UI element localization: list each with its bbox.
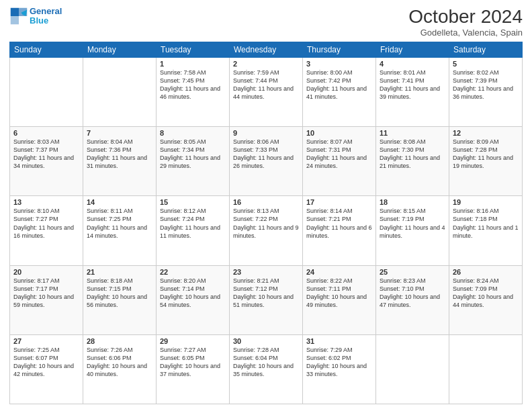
day-info: Sunrise: 7:26 AM Sunset: 6:06 PM Dayligh… bbox=[87, 346, 152, 379]
calendar-day-cell: 25Sunrise: 8:23 AM Sunset: 7:10 PM Dayli… bbox=[376, 265, 449, 334]
calendar-day-cell: 10Sunrise: 8:07 AM Sunset: 7:31 PM Dayli… bbox=[303, 127, 376, 196]
day-info: Sunrise: 8:02 AM Sunset: 7:39 PM Dayligh… bbox=[453, 68, 519, 101]
day-number: 23 bbox=[233, 268, 299, 276]
day-info: Sunrise: 7:28 AM Sunset: 6:04 PM Dayligh… bbox=[233, 346, 299, 379]
calendar-week-row: 20Sunrise: 8:17 AM Sunset: 7:17 PM Dayli… bbox=[10, 265, 523, 334]
day-number: 22 bbox=[160, 268, 226, 276]
calendar-day-header: Monday bbox=[83, 42, 157, 57]
day-info: Sunrise: 8:00 AM Sunset: 7:42 PM Dayligh… bbox=[306, 68, 372, 101]
day-info: Sunrise: 8:15 AM Sunset: 7:19 PM Dayligh… bbox=[380, 207, 445, 240]
calendar-table: SundayMondayTuesdayWednesdayThursdayFrid… bbox=[9, 42, 523, 404]
day-info: Sunrise: 8:22 AM Sunset: 7:11 PM Dayligh… bbox=[306, 277, 372, 310]
calendar-day-header: Friday bbox=[376, 42, 449, 57]
day-number: 12 bbox=[453, 129, 519, 137]
page: General Blue October 2024 Godelleta, Val… bbox=[0, 0, 532, 411]
header: General Blue October 2024 Godelleta, Val… bbox=[9, 7, 523, 38]
calendar-day-cell: 21Sunrise: 8:18 AM Sunset: 7:15 PM Dayli… bbox=[83, 265, 157, 334]
day-info: Sunrise: 7:29 AM Sunset: 6:02 PM Dayligh… bbox=[306, 346, 372, 379]
logo-line2: Blue bbox=[30, 15, 48, 26]
day-info: Sunrise: 8:08 AM Sunset: 7:30 PM Dayligh… bbox=[380, 138, 445, 171]
day-number: 11 bbox=[380, 129, 445, 137]
day-number: 28 bbox=[87, 337, 152, 345]
day-number: 4 bbox=[380, 60, 445, 68]
day-info: Sunrise: 7:58 AM Sunset: 7:45 PM Dayligh… bbox=[160, 68, 226, 101]
day-info: Sunrise: 8:18 AM Sunset: 7:15 PM Dayligh… bbox=[87, 277, 152, 310]
calendar-day-cell: 2Sunrise: 7:59 AM Sunset: 7:44 PM Daylig… bbox=[230, 57, 303, 126]
calendar-day-cell: 12Sunrise: 8:09 AM Sunset: 7:28 PM Dayli… bbox=[449, 127, 523, 196]
day-info: Sunrise: 8:17 AM Sunset: 7:17 PM Dayligh… bbox=[13, 277, 79, 310]
day-info: Sunrise: 8:20 AM Sunset: 7:14 PM Dayligh… bbox=[160, 277, 226, 310]
day-info: Sunrise: 8:21 AM Sunset: 7:12 PM Dayligh… bbox=[233, 277, 299, 310]
calendar-day-cell: 14Sunrise: 8:11 AM Sunset: 7:25 PM Dayli… bbox=[83, 196, 157, 265]
calendar-day-cell: 7Sunrise: 8:04 AM Sunset: 7:36 PM Daylig… bbox=[83, 127, 157, 196]
calendar-day-header: Wednesday bbox=[230, 42, 303, 57]
calendar-day-cell: 28Sunrise: 7:26 AM Sunset: 6:06 PM Dayli… bbox=[83, 334, 157, 404]
day-number: 27 bbox=[13, 337, 79, 345]
calendar-day-cell: 30Sunrise: 7:28 AM Sunset: 6:04 PM Dayli… bbox=[230, 334, 303, 404]
calendar-day-cell: 20Sunrise: 8:17 AM Sunset: 7:17 PM Dayli… bbox=[10, 265, 83, 334]
day-info: Sunrise: 8:05 AM Sunset: 7:34 PM Dayligh… bbox=[160, 138, 226, 171]
day-number: 20 bbox=[13, 268, 79, 276]
calendar-day-cell bbox=[376, 334, 449, 404]
day-info: Sunrise: 8:06 AM Sunset: 7:33 PM Dayligh… bbox=[233, 138, 299, 171]
location: Godelleta, Valencia, Spain bbox=[408, 28, 523, 38]
day-info: Sunrise: 8:07 AM Sunset: 7:31 PM Dayligh… bbox=[306, 138, 372, 171]
day-number: 7 bbox=[87, 129, 152, 137]
day-number: 10 bbox=[306, 129, 372, 137]
calendar-day-cell: 8Sunrise: 8:05 AM Sunset: 7:34 PM Daylig… bbox=[157, 127, 230, 196]
day-number: 18 bbox=[380, 198, 445, 206]
day-info: Sunrise: 8:01 AM Sunset: 7:41 PM Dayligh… bbox=[380, 68, 445, 101]
day-info: Sunrise: 8:11 AM Sunset: 7:25 PM Dayligh… bbox=[87, 207, 152, 240]
calendar-day-cell: 31Sunrise: 7:29 AM Sunset: 6:02 PM Dayli… bbox=[303, 334, 376, 404]
day-info: Sunrise: 7:27 AM Sunset: 6:05 PM Dayligh… bbox=[160, 346, 226, 379]
calendar-day-cell: 13Sunrise: 8:10 AM Sunset: 7:27 PM Dayli… bbox=[10, 196, 83, 265]
calendar-day-cell: 18Sunrise: 8:15 AM Sunset: 7:19 PM Dayli… bbox=[376, 196, 449, 265]
calendar-day-cell: 17Sunrise: 8:14 AM Sunset: 7:21 PM Dayli… bbox=[303, 196, 376, 265]
calendar-day-cell: 23Sunrise: 8:21 AM Sunset: 7:12 PM Dayli… bbox=[230, 265, 303, 334]
calendar-day-cell bbox=[449, 334, 523, 404]
day-number: 13 bbox=[13, 198, 79, 206]
calendar-day-header: Sunday bbox=[10, 42, 83, 57]
day-info: Sunrise: 8:12 AM Sunset: 7:24 PM Dayligh… bbox=[160, 207, 226, 240]
calendar-day-header: Tuesday bbox=[157, 42, 230, 57]
calendar-day-cell: 9Sunrise: 8:06 AM Sunset: 7:33 PM Daylig… bbox=[230, 127, 303, 196]
logo-text: General Blue bbox=[30, 7, 62, 26]
calendar-day-cell: 15Sunrise: 8:12 AM Sunset: 7:24 PM Dayli… bbox=[157, 196, 230, 265]
calendar-day-cell: 19Sunrise: 8:16 AM Sunset: 7:18 PM Dayli… bbox=[449, 196, 523, 265]
day-info: Sunrise: 7:25 AM Sunset: 6:07 PM Dayligh… bbox=[13, 346, 79, 379]
day-number: 1 bbox=[160, 60, 226, 68]
day-info: Sunrise: 8:09 AM Sunset: 7:28 PM Dayligh… bbox=[453, 138, 519, 171]
logo-icon bbox=[9, 7, 28, 26]
day-number: 17 bbox=[306, 198, 372, 206]
day-number: 9 bbox=[233, 129, 299, 137]
day-info: Sunrise: 8:04 AM Sunset: 7:36 PM Dayligh… bbox=[87, 138, 152, 171]
day-info: Sunrise: 8:13 AM Sunset: 7:22 PM Dayligh… bbox=[233, 207, 299, 240]
calendar-day-cell: 5Sunrise: 8:02 AM Sunset: 7:39 PM Daylig… bbox=[449, 57, 523, 126]
day-number: 6 bbox=[13, 129, 79, 137]
day-info: Sunrise: 8:16 AM Sunset: 7:18 PM Dayligh… bbox=[453, 207, 519, 240]
logo-line1: General bbox=[30, 6, 62, 16]
calendar-week-row: 13Sunrise: 8:10 AM Sunset: 7:27 PM Dayli… bbox=[10, 196, 523, 265]
day-number: 8 bbox=[160, 129, 226, 137]
day-number: 5 bbox=[453, 60, 519, 68]
day-number: 2 bbox=[233, 60, 299, 68]
calendar-day-cell: 4Sunrise: 8:01 AM Sunset: 7:41 PM Daylig… bbox=[376, 57, 449, 126]
month-year: October 2024 bbox=[408, 7, 523, 28]
day-info: Sunrise: 8:24 AM Sunset: 7:09 PM Dayligh… bbox=[453, 277, 519, 310]
calendar-day-cell: 6Sunrise: 8:03 AM Sunset: 7:37 PM Daylig… bbox=[10, 127, 83, 196]
calendar-day-cell: 24Sunrise: 8:22 AM Sunset: 7:11 PM Dayli… bbox=[303, 265, 376, 334]
day-number: 16 bbox=[233, 198, 299, 206]
day-info: Sunrise: 8:14 AM Sunset: 7:21 PM Dayligh… bbox=[306, 207, 372, 240]
day-number: 15 bbox=[160, 198, 226, 206]
day-info: Sunrise: 8:23 AM Sunset: 7:10 PM Dayligh… bbox=[380, 277, 445, 310]
calendar-day-cell: 29Sunrise: 7:27 AM Sunset: 6:05 PM Dayli… bbox=[157, 334, 230, 404]
day-info: Sunrise: 8:03 AM Sunset: 7:37 PM Dayligh… bbox=[13, 138, 79, 171]
calendar-day-cell bbox=[10, 57, 83, 126]
calendar-week-row: 1Sunrise: 7:58 AM Sunset: 7:45 PM Daylig… bbox=[10, 57, 523, 126]
day-number: 19 bbox=[453, 198, 519, 206]
calendar-week-row: 6Sunrise: 8:03 AM Sunset: 7:37 PM Daylig… bbox=[10, 127, 523, 196]
day-info: Sunrise: 8:10 AM Sunset: 7:27 PM Dayligh… bbox=[13, 207, 79, 240]
calendar-day-cell: 11Sunrise: 8:08 AM Sunset: 7:30 PM Dayli… bbox=[376, 127, 449, 196]
day-number: 26 bbox=[453, 268, 519, 276]
day-number: 24 bbox=[306, 268, 372, 276]
